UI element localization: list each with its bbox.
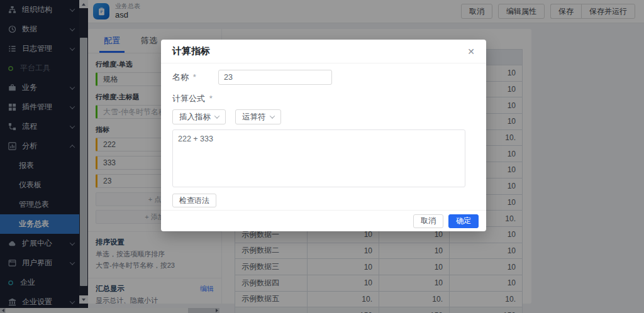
calc-metric-modal: 计算指标 ✕ 名称 * 计算公式 * 插入指标 运算符 <box>161 40 486 231</box>
formula-toolbar: 插入指标 运算符 <box>172 109 475 124</box>
formula-field-label: 计算公式 * <box>172 93 475 104</box>
app-window: 组织结构数据日志管理平台工具业务插件管理流程分析报表仪表板管理总表业务总表扩展中… <box>0 0 644 313</box>
required-mark: * <box>209 94 213 103</box>
name-input[interactable] <box>218 70 332 85</box>
operator-dropdown[interactable]: 运算符 <box>235 109 281 124</box>
modal-cancel-button[interactable]: 取消 <box>413 214 443 228</box>
modal-footer: 取消 确定 <box>161 210 486 231</box>
formula-textarea[interactable]: 222 + 333 <box>172 129 465 187</box>
operator-label: 运算符 <box>242 112 266 123</box>
chevron-down-icon <box>214 113 219 118</box>
check-syntax-button[interactable]: 检查语法 <box>172 194 216 207</box>
close-icon[interactable]: ✕ <box>467 47 475 56</box>
modal-title: 计算指标 <box>172 45 210 57</box>
modal-header: 计算指标 ✕ <box>161 40 486 63</box>
modal-ok-button[interactable]: 确定 <box>448 214 479 228</box>
name-label-text: 名称 <box>172 72 189 82</box>
modal-body: 名称 * 计算公式 * 插入指标 运算符 222 + 333 <box>161 63 486 207</box>
formula-label-text: 计算公式 <box>172 94 205 103</box>
insert-metric-dropdown[interactable]: 插入指标 <box>172 109 226 124</box>
insert-metric-label: 插入指标 <box>179 112 211 123</box>
chevron-down-icon <box>269 113 274 118</box>
name-field-row: 名称 * <box>172 70 475 85</box>
name-field-label: 名称 * <box>172 72 218 83</box>
required-mark: * <box>193 72 196 82</box>
